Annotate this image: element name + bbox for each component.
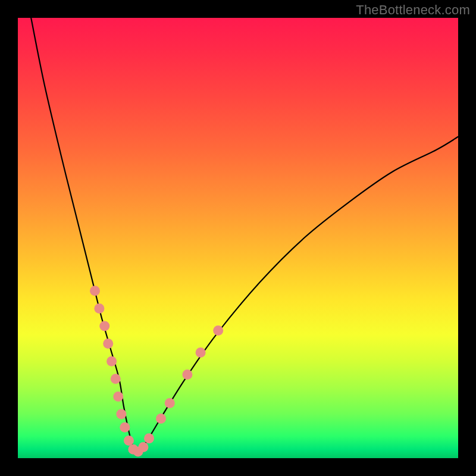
data-dot (156, 414, 166, 424)
data-dot (111, 374, 121, 384)
data-dot (138, 442, 148, 452)
data-dots (90, 286, 223, 456)
data-dot (213, 325, 223, 336)
data-dot (107, 356, 117, 367)
data-dot (144, 433, 154, 443)
chart-frame: TheBottleneck.com (0, 0, 476, 476)
chart-svg (18, 18, 458, 458)
data-dot (120, 422, 130, 433)
data-dot (196, 347, 206, 358)
data-dot (99, 321, 109, 331)
bottleneck-curve (31, 18, 458, 454)
data-dot (116, 409, 126, 419)
data-dot (94, 303, 104, 314)
data-dot (113, 392, 123, 402)
watermark-text: TheBottleneck.com (356, 2, 470, 18)
data-dot (124, 436, 134, 446)
data-dot (90, 286, 100, 296)
plot-area (18, 18, 458, 458)
data-dot (103, 339, 113, 349)
data-dot (182, 369, 192, 380)
data-dot (165, 398, 175, 408)
